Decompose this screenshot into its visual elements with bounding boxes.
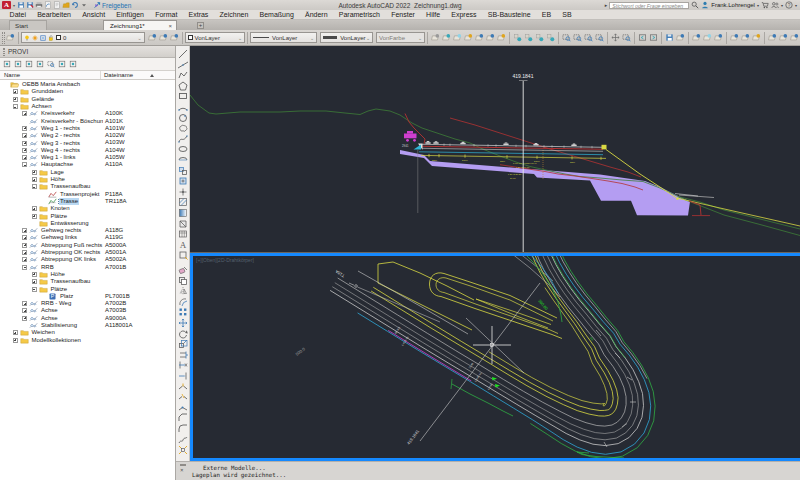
zoom-search-icon[interactable] <box>47 60 55 68</box>
layer-unlock-icon[interactable] <box>497 33 506 42</box>
tree-label[interactable]: Modellkollektionen <box>31 337 82 344</box>
tree-row[interactable]: Knoten <box>0 205 175 212</box>
tree-expand-box[interactable] <box>13 330 18 335</box>
tree-row[interactable]: Plätze <box>0 212 175 219</box>
addselected-icon[interactable] <box>178 250 188 260</box>
column-dateiname[interactable]: Dateiname <box>101 71 175 79</box>
tree-label[interactable]: Abtreppung OK links <box>40 256 97 263</box>
layer-sort-icon[interactable] <box>790 33 799 42</box>
user-dropdown-icon[interactable]: ▾ <box>757 3 759 8</box>
help-dropdown-icon[interactable]: ▾ <box>795 3 797 8</box>
table-icon[interactable] <box>178 229 188 239</box>
collapse-arrow-icon[interactable]: ▸ <box>605 2 608 8</box>
tree-label[interactable]: Plätze <box>50 213 69 220</box>
tree-row[interactable]: AchseA7003B <box>0 307 175 314</box>
circle-icon[interactable] <box>178 113 188 123</box>
palette-title-bar[interactable]: PROVI <box>0 46 175 58</box>
trim-icon[interactable] <box>178 360 188 370</box>
tree-expand-box[interactable] <box>13 97 18 102</box>
tree-row[interactable]: RRB - WegA7002B <box>0 300 175 307</box>
menu-ansicht[interactable]: Ansicht <box>77 10 111 20</box>
search-icon[interactable] <box>691 1 699 9</box>
menu-sb[interactable]: SB <box>557 10 578 20</box>
tree-expand-box[interactable] <box>22 257 27 262</box>
tree-label[interactable]: Gehweg links <box>40 234 78 241</box>
rotate-icon[interactable] <box>178 329 188 339</box>
saveas-icon[interactable] <box>26 1 34 9</box>
move-icon[interactable] <box>178 318 188 328</box>
tree-label[interactable]: Achse <box>40 315 59 322</box>
search-input[interactable]: Stichwort oder Frage eingeben <box>609 2 689 9</box>
tree-label[interactable]: Trassenaufbau <box>50 278 92 285</box>
tree-label[interactable]: Gelände <box>31 96 56 103</box>
tab-drawing1[interactable]: Zeichnung1*× <box>103 20 177 30</box>
tree-label[interactable]: Trassenprojekt <box>59 191 100 198</box>
user-name[interactable]: Frank.Lohrengel <box>711 2 755 8</box>
menu-zeichnen[interactable]: Zeichnen <box>214 10 254 20</box>
view-back-icon[interactable] <box>638 33 647 42</box>
menu-datei[interactable]: Datei <box>4 10 32 20</box>
tree-row[interactable]: Achsen <box>0 103 175 110</box>
tree-label[interactable]: Kreisverkehr <box>40 110 76 117</box>
insert-block-icon[interactable] <box>178 166 188 176</box>
view-forward-icon[interactable] <box>649 33 658 42</box>
menu-sbbausteine[interactable]: SB-Bausteine <box>482 10 536 20</box>
layerstate-save-icon[interactable] <box>665 33 674 42</box>
tree-row[interactable]: TrasseTR118A <box>0 198 175 205</box>
tree-row[interactable]: Höhe <box>0 271 175 278</box>
zoom-previous-icon[interactable] <box>584 33 593 42</box>
tree-label[interactable]: Entwässerung <box>50 220 90 227</box>
tree-label[interactable]: Plätze <box>50 286 69 293</box>
scale-icon[interactable] <box>178 339 188 349</box>
tree-expand-box[interactable] <box>32 279 37 284</box>
menu-eb[interactable]: EB <box>536 10 557 20</box>
layer-previous-icon[interactable] <box>170 33 179 42</box>
copy-icon[interactable] <box>178 276 188 286</box>
region-icon[interactable] <box>178 219 188 229</box>
tree-expand-box[interactable] <box>32 170 37 175</box>
tree-row[interactable]: Gelände <box>0 96 175 103</box>
arc-icon[interactable] <box>178 102 188 112</box>
tree-label[interactable]: OEBB Maria Ansbach <box>21 81 81 88</box>
mirror-icon[interactable] <box>178 286 188 296</box>
zoom-dynamic-icon[interactable] <box>573 33 582 42</box>
blend-icon[interactable] <box>178 435 188 445</box>
tree-expand-box[interactable] <box>13 89 18 94</box>
revcloud-icon[interactable] <box>178 123 188 133</box>
layer-filter-icon[interactable] <box>779 33 788 42</box>
tree-expand-box[interactable] <box>22 228 27 233</box>
explode-icon[interactable] <box>178 445 188 455</box>
tree-row[interactable]: Plätze <box>0 285 175 292</box>
layer-vpfreeze-icon[interactable] <box>703 33 712 42</box>
export-doc-icon[interactable] <box>14 60 22 68</box>
tree-expand-box[interactable] <box>22 235 27 240</box>
tree-label[interactable]: RRB - Weg <box>40 300 72 307</box>
hatch-icon[interactable] <box>178 197 188 207</box>
tree-label[interactable]: Weg 4 - rechts <box>40 147 81 154</box>
layer-merge-icon[interactable] <box>714 33 723 42</box>
linetype-combo-arrow-icon[interactable]: ⌄ <box>309 35 315 41</box>
share-button[interactable]: Freigeben <box>94 2 131 9</box>
column-name[interactable]: Name <box>0 71 101 79</box>
tab-close-icon[interactable]: × <box>168 23 176 29</box>
mtext-icon[interactable]: A <box>178 240 188 250</box>
tree-expand-box[interactable] <box>22 316 27 321</box>
layer-on-icon[interactable] <box>475 33 484 42</box>
tree-row[interactable]: Abtreppung OK linksA5002A <box>0 256 175 263</box>
ellipse-arc-icon[interactable] <box>178 155 188 165</box>
command-prompt-line[interactable]: Lageplan wird gezeichnet... <box>192 472 286 478</box>
tree-row[interactable]: AchseA9000A <box>0 315 175 322</box>
tree-row[interactable]: Weg 1 - linksA105W <box>0 154 175 161</box>
sheet-icon[interactable] <box>53 1 61 9</box>
people-dropdown-icon[interactable]: ▾ <box>781 3 783 8</box>
plotstyle-combo[interactable]: VonFarbe ⌄ <box>376 32 425 43</box>
cut-icon[interactable] <box>36 60 44 68</box>
tree-row[interactable]: Weg 2 - rechtsA102W <box>0 132 175 139</box>
polygon-icon[interactable] <box>178 81 188 91</box>
qat-dropdown-icon[interactable] <box>80 1 88 9</box>
hide-objects-icon[interactable] <box>524 33 533 42</box>
tree-expand-box[interactable] <box>22 155 27 160</box>
stretch-icon[interactable] <box>178 350 188 360</box>
menu-fenster[interactable]: Fenster <box>386 10 421 20</box>
tree-expand-box[interactable] <box>22 126 27 131</box>
